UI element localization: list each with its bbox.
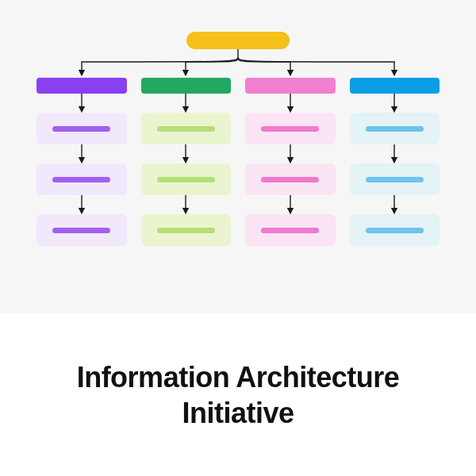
column-pink <box>245 78 336 246</box>
sub-node <box>141 214 232 246</box>
placeholder-bar <box>52 177 110 182</box>
sub-node <box>245 113 336 144</box>
placeholder-bar <box>261 177 319 182</box>
placeholder-bar <box>261 228 319 233</box>
sub-node <box>350 163 440 195</box>
sub-node <box>245 214 336 246</box>
card-title: Information Architecture Initiative <box>24 359 452 431</box>
root-node <box>186 32 290 49</box>
sub-node <box>245 163 336 195</box>
column-blue <box>350 78 440 246</box>
card: Information Architecture Initiative <box>0 0 476 476</box>
sub-node <box>141 163 232 195</box>
sub-node <box>141 113 232 144</box>
sub-node <box>36 214 127 246</box>
category-header <box>245 78 336 94</box>
category-header <box>36 78 127 94</box>
columns-row <box>36 78 440 246</box>
sitemap-diagram <box>0 0 476 313</box>
sub-node <box>350 113 440 144</box>
placeholder-bar <box>366 177 424 182</box>
column-purple <box>36 78 127 246</box>
column-green <box>141 78 232 246</box>
sub-node <box>36 163 127 195</box>
sub-node <box>36 113 127 144</box>
sub-node <box>350 214 440 246</box>
placeholder-bar <box>157 228 215 233</box>
placeholder-bar <box>157 126 215 132</box>
placeholder-bar <box>52 228 110 233</box>
placeholder-bar <box>261 126 319 132</box>
placeholder-bar <box>157 177 215 182</box>
placeholder-bar <box>366 228 424 233</box>
title-area: Information Architecture Initiative <box>0 313 476 476</box>
placeholder-bar <box>52 126 110 132</box>
category-header <box>141 78 232 94</box>
category-header <box>350 78 440 94</box>
placeholder-bar <box>366 126 424 132</box>
